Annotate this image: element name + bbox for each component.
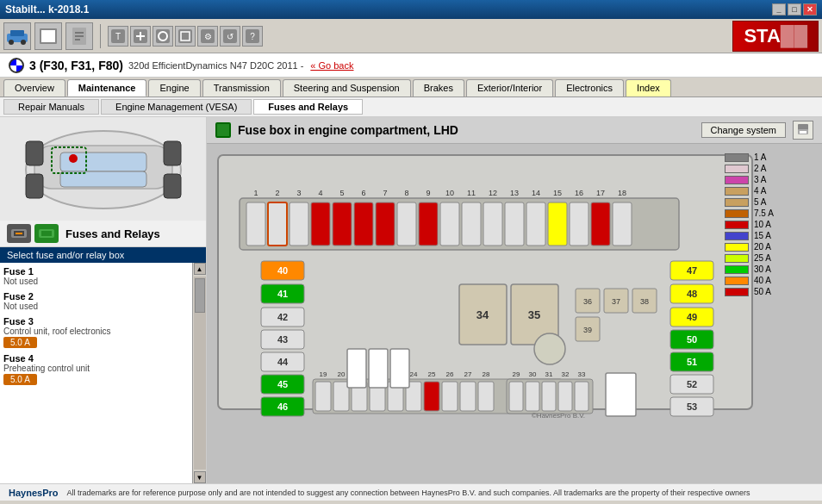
fuse-desc: Preheating control unit — [3, 364, 189, 373]
tab-index[interactable]: Index — [626, 79, 671, 96]
svg-text:6: 6 — [361, 189, 365, 197]
toolbar-separator — [100, 24, 101, 48]
subtab-engine-mgmt[interactable]: Engine Management (VESA) — [101, 99, 252, 115]
legend-item: 1 A — [725, 152, 815, 162]
fuse-badge: 5.0 A — [3, 374, 37, 385]
svg-text:30: 30 — [529, 370, 537, 378]
fuse-item[interactable]: Fuse 2 Not used — [3, 291, 189, 311]
tab-transmission[interactable]: Transmission — [202, 79, 281, 96]
vehicle-model: 3 (F30, F31, F80) — [29, 59, 123, 72]
left-column-fuses: 40 41 42 43 44 — [261, 261, 304, 416]
svg-text:5: 5 — [339, 189, 344, 197]
change-system-button[interactable]: Change system — [701, 122, 786, 138]
svg-text:10: 10 — [445, 189, 454, 197]
fuse-item[interactable]: Fuse 1 Not used — [3, 266, 189, 286]
tab-engine[interactable]: Engine — [148, 79, 200, 96]
subtab-repair[interactable]: Repair Manuals — [3, 99, 99, 115]
fuse-item[interactable]: Fuse 3 Control unit, roof electronics 5.… — [3, 316, 189, 348]
tab-maintenance[interactable]: Maintenance — [67, 79, 147, 96]
right-panel: Fuse box in engine compartment, LHD Chan… — [207, 117, 822, 483]
main-content: Fuses and Relays Select fuse and/or rela… — [0, 117, 822, 483]
tab-brakes[interactable]: Brakes — [413, 79, 464, 96]
diagram-title: Fuse box in engine compartment, LHD — [238, 123, 458, 137]
svg-text:13: 13 — [510, 189, 519, 197]
legend-color — [725, 221, 749, 229]
legend-color — [725, 232, 749, 240]
svg-text:?: ? — [250, 32, 255, 41]
legend-item: 5 A — [725, 197, 815, 207]
scroll-down[interactable]: ▼ — [194, 471, 206, 483]
title-text: Stabilt... k-2018.1 — [5, 3, 89, 16]
close-button[interactable]: ✕ — [803, 3, 817, 16]
svg-text:42: 42 — [277, 312, 288, 322]
svg-rect-51 — [311, 202, 330, 246]
svg-rect-134 — [424, 382, 439, 411]
svg-text:29: 29 — [513, 370, 520, 378]
svg-text:26: 26 — [446, 370, 454, 378]
fuse-name: Fuse 4 — [3, 353, 189, 364]
svg-text:15: 15 — [553, 189, 562, 197]
legend-color — [725, 209, 749, 218]
tab-steering[interactable]: Steering and Suspension — [283, 79, 411, 96]
car-icon[interactable] — [3, 22, 31, 50]
svg-text:35: 35 — [528, 308, 540, 321]
print-button[interactable] — [793, 121, 813, 140]
maximize-button[interactable]: □ — [788, 3, 801, 16]
svg-rect-42 — [800, 131, 806, 134]
svg-text:32: 32 — [562, 370, 570, 378]
svg-text:©HaynesPro B.V.: ©HaynesPro B.V. — [532, 412, 585, 418]
fuse-icon-2 — [34, 224, 59, 243]
svg-rect-155 — [347, 349, 366, 388]
subtab-fuses[interactable]: Fuses and Relays — [253, 99, 363, 115]
legend-color — [725, 254, 749, 263]
toolbar-btn-1[interactable]: T — [108, 26, 128, 47]
svg-rect-57 — [376, 202, 395, 246]
svg-rect-59 — [397, 202, 416, 246]
tab-electronics[interactable]: Electronics — [555, 79, 624, 96]
fuse-item[interactable]: Fuse 4 Preheating control unit 5.0 A — [3, 353, 189, 385]
fuse-relay-header: Fuses and Relays — [0, 221, 206, 247]
legend-item: 25 A — [725, 253, 815, 263]
toolbar-btn-5[interactable]: ⚙ — [197, 26, 218, 47]
svg-text:48: 48 — [687, 289, 697, 299]
toolbar-btn-7[interactable]: ? — [242, 26, 263, 47]
svg-text:51: 51 — [687, 357, 697, 367]
fuse-icon-1 — [7, 224, 31, 243]
svg-text:25: 25 — [428, 370, 436, 378]
tab-overview[interactable]: Overview — [3, 79, 65, 96]
svg-text:38: 38 — [640, 297, 649, 306]
legend-item: 4 A — [725, 186, 815, 196]
scroll-up[interactable]: ▲ — [194, 263, 206, 275]
toolbar-btn-4[interactable] — [175, 26, 196, 47]
toolbar: T ⚙ ↺ ? STA██ — [0, 19, 822, 53]
toolbar-btn-3[interactable] — [153, 26, 173, 47]
right-column-fuses: 47 48 49 50 51 — [670, 261, 713, 416]
scrollbar[interactable]: ▲ ▼ — [192, 263, 206, 483]
toolbar-btn-6[interactable]: ↺ — [220, 26, 240, 47]
svg-text:20: 20 — [338, 370, 346, 378]
legend-label: 1 A — [754, 152, 766, 162]
doc-icon[interactable] — [65, 22, 93, 50]
svg-rect-149 — [558, 382, 572, 411]
svg-text:14: 14 — [532, 189, 540, 197]
svg-rect-73 — [548, 202, 567, 246]
fuse-list: Fuse 1 Not used Fuse 2 Not used Fuse 3 C… — [0, 263, 192, 483]
svg-text:27: 27 — [464, 370, 472, 378]
tab-exterior[interactable]: Exterior/Interior — [466, 79, 553, 96]
svg-rect-143 — [509, 382, 523, 411]
svg-text:⚙: ⚙ — [204, 32, 212, 41]
legend-color — [725, 277, 749, 285]
diagram-header: Fuse box in engine compartment, LHD Chan… — [207, 117, 822, 144]
go-back-link[interactable]: « Go back — [310, 60, 353, 71]
svg-text:8: 8 — [404, 189, 408, 197]
scroll-thumb[interactable] — [195, 278, 205, 313]
toolbar-btn-2[interactable] — [130, 26, 151, 47]
svg-rect-30 — [164, 141, 181, 165]
svg-text:4: 4 — [318, 189, 322, 197]
minimize-button[interactable]: _ — [772, 3, 786, 16]
svg-rect-138 — [460, 382, 476, 411]
fuse-badge: 5.0 A — [3, 337, 37, 348]
book-icon[interactable] — [34, 22, 62, 50]
sta-logo: STA██ — [732, 21, 819, 52]
svg-rect-65 — [462, 202, 481, 246]
